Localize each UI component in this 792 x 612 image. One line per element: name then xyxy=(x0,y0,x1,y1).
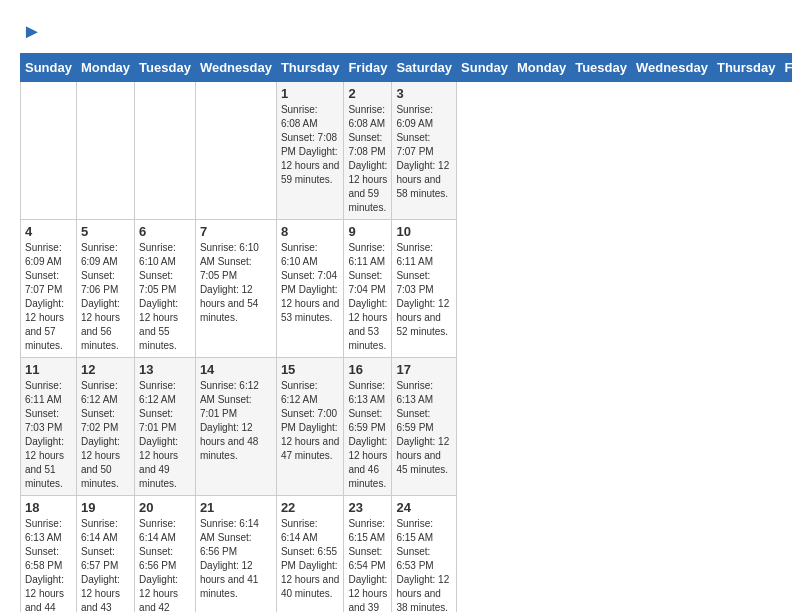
column-header-friday: Friday xyxy=(344,54,392,82)
day-info: Sunrise: 6:09 AM Sunset: 7:07 PM Dayligh… xyxy=(396,103,452,201)
day-info: Sunrise: 6:11 AM Sunset: 7:03 PM Dayligh… xyxy=(25,379,72,491)
calendar-cell: 7Sunrise: 6:10 AM Sunset: 7:05 PM Daylig… xyxy=(195,220,276,358)
day-number: 16 xyxy=(348,362,387,377)
calendar-cell: 16Sunrise: 6:13 AM Sunset: 6:59 PM Dayli… xyxy=(344,358,392,496)
day-number: 10 xyxy=(396,224,452,239)
calendar-week-row: 1Sunrise: 6:08 AM Sunset: 7:08 PM Daylig… xyxy=(21,82,793,220)
calendar-week-row: 4Sunrise: 6:09 AM Sunset: 7:07 PM Daylig… xyxy=(21,220,793,358)
day-number: 18 xyxy=(25,500,72,515)
day-info: Sunrise: 6:09 AM Sunset: 7:07 PM Dayligh… xyxy=(25,241,72,353)
calendar-cell: 21Sunrise: 6:14 AM Sunset: 6:56 PM Dayli… xyxy=(195,496,276,613)
day-info: Sunrise: 6:09 AM Sunset: 7:06 PM Dayligh… xyxy=(81,241,130,353)
calendar-cell: 1Sunrise: 6:08 AM Sunset: 7:08 PM Daylig… xyxy=(276,82,344,220)
day-info: Sunrise: 6:11 AM Sunset: 7:04 PM Dayligh… xyxy=(348,241,387,353)
column-header-tuesday: Tuesday xyxy=(135,54,196,82)
day-number: 21 xyxy=(200,500,272,515)
day-info: Sunrise: 6:14 AM Sunset: 6:57 PM Dayligh… xyxy=(81,517,130,612)
calendar-cell: 10Sunrise: 6:11 AM Sunset: 7:03 PM Dayli… xyxy=(392,220,457,358)
day-info: Sunrise: 6:12 AM Sunset: 7:01 PM Dayligh… xyxy=(200,379,272,463)
column-header-monday: Monday xyxy=(76,54,134,82)
calendar-cell: 17Sunrise: 6:13 AM Sunset: 6:59 PM Dayli… xyxy=(392,358,457,496)
column-header-sunday: Sunday xyxy=(457,54,513,82)
day-number: 24 xyxy=(396,500,452,515)
day-number: 8 xyxy=(281,224,340,239)
calendar-cell: 2Sunrise: 6:08 AM Sunset: 7:08 PM Daylig… xyxy=(344,82,392,220)
column-header-sunday: Sunday xyxy=(21,54,77,82)
column-header-thursday: Thursday xyxy=(712,54,780,82)
day-info: Sunrise: 6:13 AM Sunset: 6:58 PM Dayligh… xyxy=(25,517,72,612)
calendar-cell xyxy=(135,82,196,220)
day-number: 7 xyxy=(200,224,272,239)
calendar-cell: 18Sunrise: 6:13 AM Sunset: 6:58 PM Dayli… xyxy=(21,496,77,613)
day-info: Sunrise: 6:11 AM Sunset: 7:03 PM Dayligh… xyxy=(396,241,452,339)
calendar-week-row: 11Sunrise: 6:11 AM Sunset: 7:03 PM Dayli… xyxy=(21,358,793,496)
day-number: 15 xyxy=(281,362,340,377)
calendar-cell: 22Sunrise: 6:14 AM Sunset: 6:55 PM Dayli… xyxy=(276,496,344,613)
column-header-friday: Friday xyxy=(780,54,792,82)
calendar-cell: 8Sunrise: 6:10 AM Sunset: 7:04 PM Daylig… xyxy=(276,220,344,358)
column-header-saturday: Saturday xyxy=(392,54,457,82)
calendar-cell: 15Sunrise: 6:12 AM Sunset: 7:00 PM Dayli… xyxy=(276,358,344,496)
day-info: Sunrise: 6:13 AM Sunset: 6:59 PM Dayligh… xyxy=(396,379,452,477)
day-info: Sunrise: 6:10 AM Sunset: 7:05 PM Dayligh… xyxy=(139,241,191,353)
day-info: Sunrise: 6:15 AM Sunset: 6:53 PM Dayligh… xyxy=(396,517,452,612)
day-info: Sunrise: 6:08 AM Sunset: 7:08 PM Dayligh… xyxy=(348,103,387,215)
calendar-cell: 5Sunrise: 6:09 AM Sunset: 7:06 PM Daylig… xyxy=(76,220,134,358)
day-number: 4 xyxy=(25,224,72,239)
day-info: Sunrise: 6:08 AM Sunset: 7:08 PM Dayligh… xyxy=(281,103,340,187)
page-header: ► xyxy=(20,20,772,43)
day-info: Sunrise: 6:15 AM Sunset: 6:54 PM Dayligh… xyxy=(348,517,387,612)
day-number: 5 xyxy=(81,224,130,239)
calendar-cell: 11Sunrise: 6:11 AM Sunset: 7:03 PM Dayli… xyxy=(21,358,77,496)
column-header-monday: Monday xyxy=(513,54,571,82)
day-info: Sunrise: 6:10 AM Sunset: 7:05 PM Dayligh… xyxy=(200,241,272,325)
day-number: 12 xyxy=(81,362,130,377)
day-number: 22 xyxy=(281,500,340,515)
calendar-cell: 23Sunrise: 6:15 AM Sunset: 6:54 PM Dayli… xyxy=(344,496,392,613)
day-number: 1 xyxy=(281,86,340,101)
calendar-cell: 20Sunrise: 6:14 AM Sunset: 6:56 PM Dayli… xyxy=(135,496,196,613)
calendar-cell: 4Sunrise: 6:09 AM Sunset: 7:07 PM Daylig… xyxy=(21,220,77,358)
day-info: Sunrise: 6:14 AM Sunset: 6:55 PM Dayligh… xyxy=(281,517,340,601)
calendar-cell: 9Sunrise: 6:11 AM Sunset: 7:04 PM Daylig… xyxy=(344,220,392,358)
day-info: Sunrise: 6:14 AM Sunset: 6:56 PM Dayligh… xyxy=(200,517,272,601)
calendar-cell xyxy=(21,82,77,220)
day-number: 19 xyxy=(81,500,130,515)
day-info: Sunrise: 6:13 AM Sunset: 6:59 PM Dayligh… xyxy=(348,379,387,491)
calendar-header-row: SundayMondayTuesdayWednesdayThursdayFrid… xyxy=(21,54,793,82)
day-info: Sunrise: 6:12 AM Sunset: 7:02 PM Dayligh… xyxy=(81,379,130,491)
calendar-table: SundayMondayTuesdayWednesdayThursdayFrid… xyxy=(20,53,792,612)
day-number: 20 xyxy=(139,500,191,515)
day-info: Sunrise: 6:12 AM Sunset: 7:00 PM Dayligh… xyxy=(281,379,340,463)
day-number: 11 xyxy=(25,362,72,377)
column-header-wednesday: Wednesday xyxy=(195,54,276,82)
day-number: 6 xyxy=(139,224,191,239)
calendar-cell xyxy=(195,82,276,220)
day-info: Sunrise: 6:12 AM Sunset: 7:01 PM Dayligh… xyxy=(139,379,191,491)
column-header-wednesday: Wednesday xyxy=(631,54,712,82)
calendar-week-row: 18Sunrise: 6:13 AM Sunset: 6:58 PM Dayli… xyxy=(21,496,793,613)
logo: ► xyxy=(20,20,42,43)
calendar-cell: 24Sunrise: 6:15 AM Sunset: 6:53 PM Dayli… xyxy=(392,496,457,613)
calendar-cell: 12Sunrise: 6:12 AM Sunset: 7:02 PM Dayli… xyxy=(76,358,134,496)
day-info: Sunrise: 6:14 AM Sunset: 6:56 PM Dayligh… xyxy=(139,517,191,612)
column-header-tuesday: Tuesday xyxy=(571,54,632,82)
calendar-cell xyxy=(76,82,134,220)
day-info: Sunrise: 6:10 AM Sunset: 7:04 PM Dayligh… xyxy=(281,241,340,325)
day-number: 9 xyxy=(348,224,387,239)
calendar-cell: 19Sunrise: 6:14 AM Sunset: 6:57 PM Dayli… xyxy=(76,496,134,613)
calendar-cell: 6Sunrise: 6:10 AM Sunset: 7:05 PM Daylig… xyxy=(135,220,196,358)
day-number: 23 xyxy=(348,500,387,515)
column-header-thursday: Thursday xyxy=(276,54,344,82)
day-number: 2 xyxy=(348,86,387,101)
day-number: 14 xyxy=(200,362,272,377)
day-number: 17 xyxy=(396,362,452,377)
calendar-cell: 14Sunrise: 6:12 AM Sunset: 7:01 PM Dayli… xyxy=(195,358,276,496)
logo-bird-icon: ► xyxy=(22,20,42,43)
calendar-cell: 3Sunrise: 6:09 AM Sunset: 7:07 PM Daylig… xyxy=(392,82,457,220)
day-number: 3 xyxy=(396,86,452,101)
day-number: 13 xyxy=(139,362,191,377)
calendar-cell: 13Sunrise: 6:12 AM Sunset: 7:01 PM Dayli… xyxy=(135,358,196,496)
